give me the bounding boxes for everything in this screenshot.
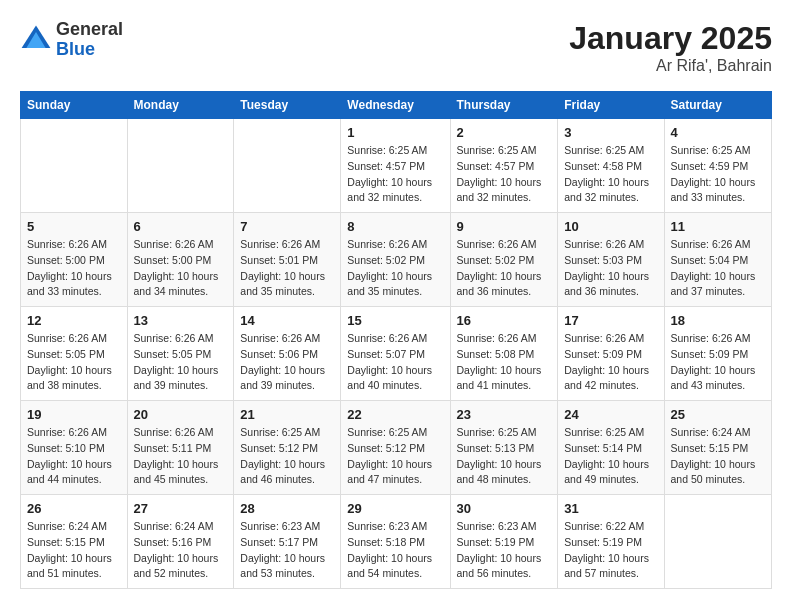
day-info: Sunrise: 6:24 AM Sunset: 5:16 PM Dayligh…: [134, 519, 228, 582]
table-row: 12Sunrise: 6:26 AM Sunset: 5:05 PM Dayli…: [21, 307, 128, 401]
table-row: 3Sunrise: 6:25 AM Sunset: 4:58 PM Daylig…: [558, 119, 664, 213]
day-info: Sunrise: 6:26 AM Sunset: 5:02 PM Dayligh…: [347, 237, 443, 300]
day-number: 16: [457, 313, 552, 328]
day-number: 15: [347, 313, 443, 328]
table-row: 18Sunrise: 6:26 AM Sunset: 5:09 PM Dayli…: [664, 307, 771, 401]
table-row: [664, 495, 771, 589]
day-number: 11: [671, 219, 765, 234]
table-row: 20Sunrise: 6:26 AM Sunset: 5:11 PM Dayli…: [127, 401, 234, 495]
table-row: 4Sunrise: 6:25 AM Sunset: 4:59 PM Daylig…: [664, 119, 771, 213]
day-info: Sunrise: 6:26 AM Sunset: 5:04 PM Dayligh…: [671, 237, 765, 300]
logo-general: General: [56, 20, 123, 40]
day-info: Sunrise: 6:26 AM Sunset: 5:11 PM Dayligh…: [134, 425, 228, 488]
col-wednesday: Wednesday: [341, 92, 450, 119]
day-number: 1: [347, 125, 443, 140]
col-friday: Friday: [558, 92, 664, 119]
col-sunday: Sunday: [21, 92, 128, 119]
table-row: 24Sunrise: 6:25 AM Sunset: 5:14 PM Dayli…: [558, 401, 664, 495]
day-number: 7: [240, 219, 334, 234]
day-info: Sunrise: 6:25 AM Sunset: 5:14 PM Dayligh…: [564, 425, 657, 488]
day-info: Sunrise: 6:25 AM Sunset: 5:12 PM Dayligh…: [347, 425, 443, 488]
table-row: 21Sunrise: 6:25 AM Sunset: 5:12 PM Dayli…: [234, 401, 341, 495]
table-row: 27Sunrise: 6:24 AM Sunset: 5:16 PM Dayli…: [127, 495, 234, 589]
calendar-title: January 2025: [569, 20, 772, 57]
day-info: Sunrise: 6:24 AM Sunset: 5:15 PM Dayligh…: [671, 425, 765, 488]
day-number: 26: [27, 501, 121, 516]
day-info: Sunrise: 6:25 AM Sunset: 4:57 PM Dayligh…: [457, 143, 552, 206]
day-number: 9: [457, 219, 552, 234]
day-info: Sunrise: 6:25 AM Sunset: 4:59 PM Dayligh…: [671, 143, 765, 206]
day-number: 28: [240, 501, 334, 516]
day-info: Sunrise: 6:22 AM Sunset: 5:19 PM Dayligh…: [564, 519, 657, 582]
day-number: 21: [240, 407, 334, 422]
day-number: 29: [347, 501, 443, 516]
page-header: General Blue January 2025 Ar Rifa', Bahr…: [20, 20, 772, 75]
calendar-week-row: 26Sunrise: 6:24 AM Sunset: 5:15 PM Dayli…: [21, 495, 772, 589]
table-row: 13Sunrise: 6:26 AM Sunset: 5:05 PM Dayli…: [127, 307, 234, 401]
table-row: 2Sunrise: 6:25 AM Sunset: 4:57 PM Daylig…: [450, 119, 558, 213]
calendar-week-row: 1Sunrise: 6:25 AM Sunset: 4:57 PM Daylig…: [21, 119, 772, 213]
day-info: Sunrise: 6:25 AM Sunset: 4:58 PM Dayligh…: [564, 143, 657, 206]
col-saturday: Saturday: [664, 92, 771, 119]
day-number: 24: [564, 407, 657, 422]
calendar-header-row: Sunday Monday Tuesday Wednesday Thursday…: [21, 92, 772, 119]
col-tuesday: Tuesday: [234, 92, 341, 119]
table-row: 17Sunrise: 6:26 AM Sunset: 5:09 PM Dayli…: [558, 307, 664, 401]
table-row: 19Sunrise: 6:26 AM Sunset: 5:10 PM Dayli…: [21, 401, 128, 495]
day-number: 17: [564, 313, 657, 328]
table-row: 5Sunrise: 6:26 AM Sunset: 5:00 PM Daylig…: [21, 213, 128, 307]
day-number: 23: [457, 407, 552, 422]
table-row: 29Sunrise: 6:23 AM Sunset: 5:18 PM Dayli…: [341, 495, 450, 589]
day-info: Sunrise: 6:26 AM Sunset: 5:01 PM Dayligh…: [240, 237, 334, 300]
col-monday: Monday: [127, 92, 234, 119]
day-number: 4: [671, 125, 765, 140]
table-row: 11Sunrise: 6:26 AM Sunset: 5:04 PM Dayli…: [664, 213, 771, 307]
day-info: Sunrise: 6:25 AM Sunset: 5:13 PM Dayligh…: [457, 425, 552, 488]
table-row: [21, 119, 128, 213]
logo-icon: [20, 24, 52, 56]
table-row: 25Sunrise: 6:24 AM Sunset: 5:15 PM Dayli…: [664, 401, 771, 495]
table-row: 6Sunrise: 6:26 AM Sunset: 5:00 PM Daylig…: [127, 213, 234, 307]
day-number: 12: [27, 313, 121, 328]
table-row: 23Sunrise: 6:25 AM Sunset: 5:13 PM Dayli…: [450, 401, 558, 495]
day-info: Sunrise: 6:26 AM Sunset: 5:02 PM Dayligh…: [457, 237, 552, 300]
table-row: 31Sunrise: 6:22 AM Sunset: 5:19 PM Dayli…: [558, 495, 664, 589]
calendar-week-row: 5Sunrise: 6:26 AM Sunset: 5:00 PM Daylig…: [21, 213, 772, 307]
table-row: 1Sunrise: 6:25 AM Sunset: 4:57 PM Daylig…: [341, 119, 450, 213]
day-number: 10: [564, 219, 657, 234]
day-info: Sunrise: 6:23 AM Sunset: 5:18 PM Dayligh…: [347, 519, 443, 582]
day-number: 22: [347, 407, 443, 422]
day-info: Sunrise: 6:24 AM Sunset: 5:15 PM Dayligh…: [27, 519, 121, 582]
table-row: [127, 119, 234, 213]
calendar-week-row: 12Sunrise: 6:26 AM Sunset: 5:05 PM Dayli…: [21, 307, 772, 401]
day-info: Sunrise: 6:26 AM Sunset: 5:03 PM Dayligh…: [564, 237, 657, 300]
day-number: 19: [27, 407, 121, 422]
day-number: 31: [564, 501, 657, 516]
day-info: Sunrise: 6:26 AM Sunset: 5:05 PM Dayligh…: [27, 331, 121, 394]
table-row: 10Sunrise: 6:26 AM Sunset: 5:03 PM Dayli…: [558, 213, 664, 307]
day-number: 2: [457, 125, 552, 140]
day-number: 18: [671, 313, 765, 328]
day-info: Sunrise: 6:26 AM Sunset: 5:00 PM Dayligh…: [27, 237, 121, 300]
table-row: 15Sunrise: 6:26 AM Sunset: 5:07 PM Dayli…: [341, 307, 450, 401]
table-row: 30Sunrise: 6:23 AM Sunset: 5:19 PM Dayli…: [450, 495, 558, 589]
calendar-subtitle: Ar Rifa', Bahrain: [569, 57, 772, 75]
day-number: 20: [134, 407, 228, 422]
table-row: 9Sunrise: 6:26 AM Sunset: 5:02 PM Daylig…: [450, 213, 558, 307]
day-number: 5: [27, 219, 121, 234]
logo: General Blue: [20, 20, 123, 60]
day-info: Sunrise: 6:26 AM Sunset: 5:00 PM Dayligh…: [134, 237, 228, 300]
table-row: 22Sunrise: 6:25 AM Sunset: 5:12 PM Dayli…: [341, 401, 450, 495]
day-number: 13: [134, 313, 228, 328]
day-number: 6: [134, 219, 228, 234]
calendar-table: Sunday Monday Tuesday Wednesday Thursday…: [20, 91, 772, 589]
table-row: 28Sunrise: 6:23 AM Sunset: 5:17 PM Dayli…: [234, 495, 341, 589]
day-info: Sunrise: 6:26 AM Sunset: 5:08 PM Dayligh…: [457, 331, 552, 394]
title-block: January 2025 Ar Rifa', Bahrain: [569, 20, 772, 75]
table-row: 8Sunrise: 6:26 AM Sunset: 5:02 PM Daylig…: [341, 213, 450, 307]
table-row: 16Sunrise: 6:26 AM Sunset: 5:08 PM Dayli…: [450, 307, 558, 401]
day-info: Sunrise: 6:23 AM Sunset: 5:19 PM Dayligh…: [457, 519, 552, 582]
day-number: 14: [240, 313, 334, 328]
day-info: Sunrise: 6:26 AM Sunset: 5:09 PM Dayligh…: [564, 331, 657, 394]
day-number: 27: [134, 501, 228, 516]
